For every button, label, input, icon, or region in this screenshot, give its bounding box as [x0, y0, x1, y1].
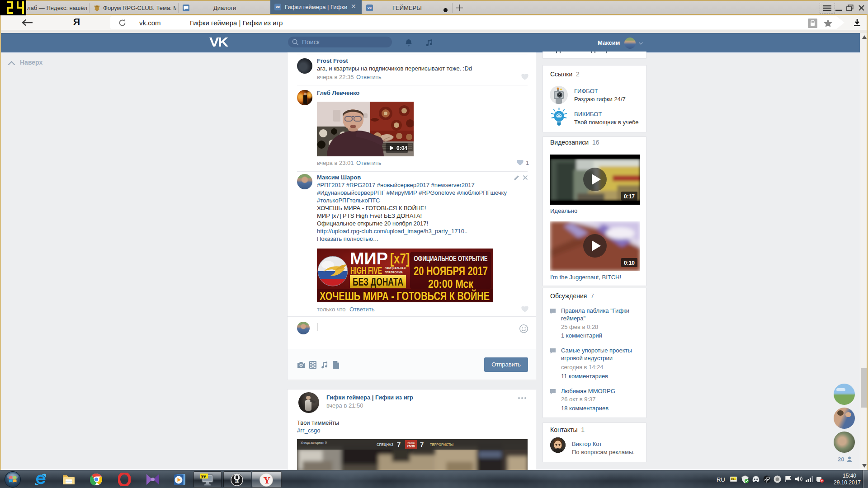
svg-text:Улица запорная 0: Улица запорная 0	[301, 441, 327, 445]
svg-text:[x7]: [x7]	[390, 251, 410, 267]
svg-text:20:00 Мск: 20:00 Мск	[428, 277, 474, 291]
svg-text:7: 7	[420, 441, 424, 448]
svg-text:0:17: 0:17	[624, 193, 635, 200]
svg-text:99: 99	[201, 474, 206, 479]
svg-text:BLE: BLE	[234, 480, 239, 483]
svg-text:99+: 99+	[731, 478, 736, 480]
svg-text:0:10: 0:10	[624, 260, 635, 266]
svg-text:76/38: 76/38	[407, 445, 415, 448]
svg-text:20 НОЯБРЯ 2017: 20 НОЯБРЯ 2017	[414, 264, 488, 278]
svg-text:ПЛАТФОРМА: ПЛАТФОРМА	[385, 270, 403, 274]
svg-text:HIGH FIVE: HIGH FIVE	[350, 265, 382, 276]
svg-text:БЕЗ ДОНАТА: БЕЗ ДОНАТА	[353, 276, 403, 288]
svg-text:ХОЧЕШЬ МИРА - ГОТОВЬСЯ К ВОЙНЕ: ХОЧЕШЬ МИРА - ГОТОВЬСЯ К ВОЙНЕ	[320, 289, 490, 302]
svg-text:ОФИЦИАЛЬНОЕ ОТКРЫТИЕ: ОФИЦИАЛЬНОЕ ОТКРЫТИЕ	[414, 254, 488, 263]
svg-text:Y: Y	[264, 474, 271, 486]
svg-text:0:04: 0:04	[396, 145, 407, 151]
svg-text:СПЕЦНАЗ: СПЕЦНАЗ	[377, 442, 393, 447]
svg-text:7: 7	[397, 441, 401, 448]
svg-text:ТЕРРОРИСТЫ: ТЕРРОРИСТЫ	[430, 442, 453, 447]
svg-text:ОФИЦИАЛЬНАЯ: ОФИЦИАЛЬНАЯ	[385, 266, 406, 270]
svg-text:Раунд: Раунд	[407, 441, 415, 444]
